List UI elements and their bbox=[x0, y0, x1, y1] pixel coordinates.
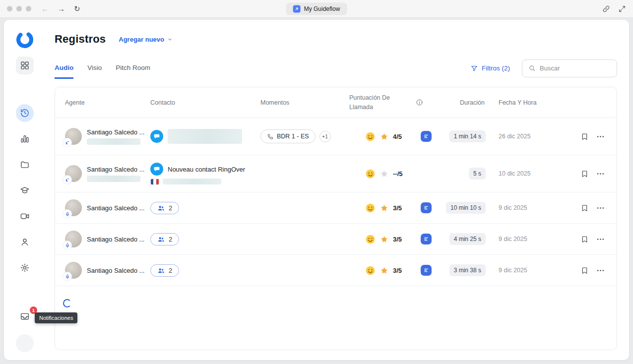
back-button[interactable]: ← bbox=[41, 5, 49, 12]
sidebar-item-dashboard[interactable] bbox=[16, 57, 34, 74]
sidebar-item-statistics[interactable] bbox=[16, 130, 34, 148]
more-options-icon[interactable] bbox=[596, 266, 605, 275]
transcript-icon[interactable] bbox=[421, 131, 432, 142]
table-row[interactable]: Santiago Salcedo ... 2 3/5 10 min 10 s 9… bbox=[55, 192, 617, 224]
duration-badge: 10 min 10 s bbox=[446, 202, 486, 214]
gear-icon bbox=[20, 263, 30, 273]
add-new-button[interactable]: Agregar nuevo bbox=[119, 36, 173, 43]
sidebar-item-coaching[interactable] bbox=[16, 182, 34, 199]
forward-button[interactable]: → bbox=[58, 5, 65, 12]
contact-avatar-icon bbox=[150, 163, 163, 176]
records-table: Agente Contacto Momentos Puntuación De L… bbox=[55, 87, 617, 350]
more-options-icon[interactable] bbox=[596, 132, 605, 141]
bookmark-icon[interactable] bbox=[580, 235, 589, 243]
filters-button[interactable]: Filtros (2) bbox=[470, 64, 510, 72]
star-icon bbox=[380, 132, 388, 141]
window-control-icon[interactable] bbox=[26, 6, 31, 11]
sentiment-happy-icon bbox=[365, 169, 376, 179]
table-row[interactable]: Santiago Salcedo ... 2 3/5 3 min 38 s 9 … bbox=[55, 255, 617, 286]
moment-tag-chip[interactable]: BDR 1 - ES bbox=[260, 129, 316, 143]
transcript-icon[interactable] bbox=[421, 234, 432, 244]
notifications-button[interactable]: 1 bbox=[16, 308, 34, 326]
browser-chrome: ← → ↻ My Guideflow bbox=[0, 0, 633, 18]
mic-icon bbox=[63, 210, 71, 218]
sidebar-item-history[interactable] bbox=[16, 104, 34, 122]
info-icon[interactable] bbox=[416, 99, 423, 106]
app-window: 1 Registros Agregar nuevo Audio Visio Pi… bbox=[4, 20, 629, 360]
add-new-label: Agregar nuevo bbox=[119, 36, 164, 43]
bookmark-icon[interactable] bbox=[580, 132, 589, 141]
sidebar-item-settings[interactable] bbox=[16, 259, 34, 277]
callback-icon bbox=[63, 176, 71, 184]
star-icon bbox=[380, 235, 388, 243]
people-icon bbox=[157, 204, 165, 212]
table-row[interactable]: Santiago Salcedo ... Nouveau contact Rin… bbox=[55, 155, 617, 192]
star-icon bbox=[380, 170, 388, 178]
agent-name: Santiago Salcedo ... bbox=[87, 128, 144, 136]
sidebar-item-meetings[interactable] bbox=[16, 207, 34, 225]
more-options-icon[interactable] bbox=[596, 235, 605, 243]
tab-pitch-room[interactable]: Pitch Room bbox=[116, 58, 150, 79]
agent-name: Santiago Salcedo ... bbox=[87, 236, 144, 243]
folder-icon bbox=[20, 160, 30, 170]
star-icon bbox=[380, 204, 388, 212]
main-content: Registros Agregar nuevo Audio Visio Pitc… bbox=[46, 20, 629, 360]
chart-icon bbox=[20, 134, 30, 144]
bookmark-icon[interactable] bbox=[580, 170, 589, 178]
agent-name: Santiago Salcedo ... bbox=[87, 204, 144, 212]
sidebar-item-contacts[interactable] bbox=[16, 233, 34, 251]
redacted-contact bbox=[168, 129, 242, 144]
sentiment-happy-icon bbox=[365, 234, 376, 244]
table-row[interactable]: Santiago Salcedo ... BDR 1 - ES+1 4/5 1 … bbox=[55, 118, 617, 155]
participants-chip[interactable]: 2 bbox=[150, 264, 179, 277]
user-avatar[interactable] bbox=[16, 334, 34, 352]
duration-badge: 3 min 38 s bbox=[449, 264, 486, 276]
history-icon bbox=[20, 108, 30, 118]
fullscreen-icon[interactable] bbox=[618, 5, 626, 13]
participant-count: 2 bbox=[169, 204, 172, 212]
chevron-down-icon bbox=[167, 37, 173, 42]
redacted-text bbox=[87, 138, 140, 145]
agent-avatar bbox=[65, 128, 82, 145]
search-input[interactable] bbox=[540, 64, 611, 72]
browser-tab[interactable]: My Guideflow bbox=[286, 2, 347, 15]
sidebar-item-folders[interactable] bbox=[16, 156, 34, 174]
reload-button[interactable]: ↻ bbox=[74, 5, 80, 12]
france-flag-icon bbox=[151, 179, 159, 184]
window-control-icon[interactable] bbox=[7, 6, 12, 11]
contact-avatar-icon bbox=[150, 130, 163, 143]
cap-icon bbox=[20, 185, 30, 195]
participants-chip[interactable]: 2 bbox=[150, 202, 179, 214]
participants-chip[interactable]: 2 bbox=[150, 233, 179, 245]
window-control-icon[interactable] bbox=[16, 6, 22, 11]
tab-audio[interactable]: Audio bbox=[55, 58, 73, 79]
redacted-contact bbox=[163, 179, 221, 184]
bookmark-icon[interactable] bbox=[580, 204, 589, 212]
redacted-text bbox=[87, 176, 140, 182]
page-title: Registros bbox=[55, 33, 106, 46]
more-moments-chip[interactable]: +1 bbox=[319, 131, 331, 142]
callback-icon bbox=[63, 138, 71, 147]
copy-link-icon[interactable] bbox=[602, 5, 610, 13]
transcript-icon[interactable] bbox=[421, 202, 432, 213]
call-score: --/5 bbox=[393, 170, 403, 178]
participant-count: 2 bbox=[169, 236, 172, 243]
phone-icon bbox=[267, 133, 273, 140]
bookmark-icon[interactable] bbox=[580, 266, 589, 275]
agent-name: Santiago Salcedo ... bbox=[87, 267, 144, 274]
more-options-icon[interactable] bbox=[596, 204, 605, 212]
more-options-icon[interactable] bbox=[596, 170, 605, 178]
call-score: 4/5 bbox=[393, 133, 402, 140]
table-row[interactable]: Santiago Salcedo ... 2 3/5 4 min 25 s 9 … bbox=[55, 224, 617, 255]
call-date: 10 dic 2025 bbox=[486, 170, 569, 177]
header-duration: Duración bbox=[439, 99, 486, 106]
mic-icon bbox=[63, 241, 71, 249]
people-icon bbox=[157, 236, 165, 243]
ringover-logo-icon[interactable] bbox=[15, 30, 35, 50]
tab-visio[interactable]: Visio bbox=[87, 58, 102, 79]
transcript-icon[interactable] bbox=[421, 265, 432, 276]
search-box bbox=[522, 60, 617, 77]
sentiment-happy-icon bbox=[365, 203, 376, 213]
duration-badge: 5 s bbox=[469, 168, 486, 180]
notifications-tooltip: Notificaciones bbox=[35, 312, 77, 323]
